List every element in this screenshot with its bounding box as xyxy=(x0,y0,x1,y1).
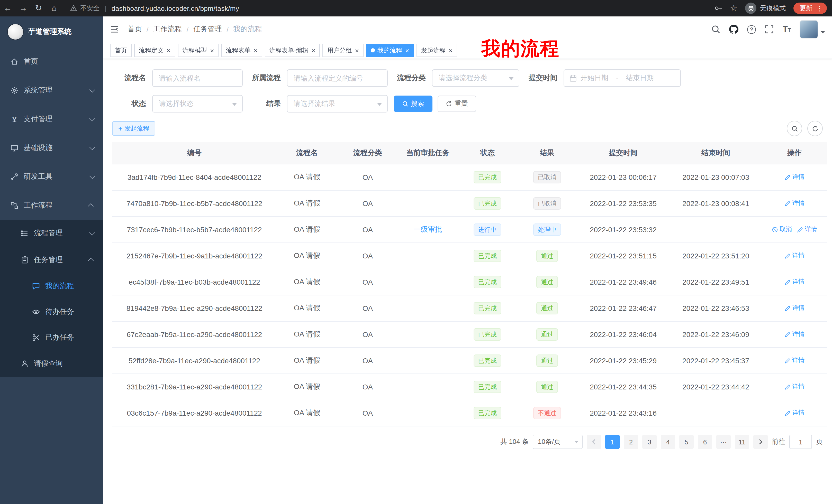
page-button-5[interactable]: 5 xyxy=(679,435,694,449)
next-page-button[interactable] xyxy=(753,435,768,449)
detail-action-link[interactable]: 详情 xyxy=(784,330,805,339)
detail-action-link[interactable]: 详情 xyxy=(784,251,805,260)
sidebar-item-devtools[interactable]: 研发工具 xyxy=(0,162,103,191)
cell-category: OA xyxy=(337,164,398,190)
table-row: 819442e8-7b9a-11ec-a290-acde48001122OA 请… xyxy=(112,295,827,321)
sidebar-item-workflow[interactable]: 工作流程 xyxy=(0,191,103,220)
pages-ellipsis[interactable]: ··· xyxy=(716,435,731,449)
back-button[interactable]: ← xyxy=(0,0,16,17)
search-icon[interactable] xyxy=(711,25,721,34)
sidebar-item-payment[interactable]: ¥ 支付管理 xyxy=(0,105,103,134)
sidebar-item-leave-query[interactable]: 请假查询 xyxy=(0,351,103,377)
update-button[interactable]: 更新 ⋮ xyxy=(794,3,827,14)
process-name-input[interactable] xyxy=(152,69,243,87)
page-content: 流程名 所属流程 流程分类 请选择流程分类 提交时间 开始日期 - 结束日期 xyxy=(103,59,832,504)
detail-action-link[interactable]: 详情 xyxy=(784,278,805,286)
tab-close-icon[interactable]: × xyxy=(355,47,359,54)
refresh-icon xyxy=(812,125,818,132)
tab-流程模型[interactable]: 流程模型× xyxy=(178,44,218,57)
submit-time-range-picker[interactable]: 开始日期 - 结束日期 xyxy=(564,69,681,87)
search-button[interactable]: 搜索 xyxy=(394,95,433,112)
detail-action-link[interactable]: 详情 xyxy=(784,409,805,417)
breadcrumb-item[interactable]: 任务管理 xyxy=(193,25,222,34)
sidebar-item-home[interactable]: 首页 xyxy=(0,47,103,76)
forward-button[interactable]: → xyxy=(16,0,31,17)
tab-label: 流程模型 xyxy=(182,46,207,55)
hamburger-icon[interactable] xyxy=(110,25,119,33)
current-task-link[interactable]: 一级审批 xyxy=(413,225,442,233)
cell-process-id: 52ffd28e-7b9a-11ec-a290-acde48001122 xyxy=(112,347,277,374)
refresh-table-button[interactable] xyxy=(807,121,823,136)
home-button[interactable]: ⌂ xyxy=(46,0,62,17)
tab-close-icon[interactable]: × xyxy=(254,47,257,54)
sidebar-item-task-mgmt[interactable]: 任务管理 xyxy=(0,247,103,273)
help-icon[interactable]: ? xyxy=(747,25,756,34)
sidebar-item-infra[interactable]: 基础设施 xyxy=(0,134,103,162)
tab-close-icon[interactable]: × xyxy=(210,47,214,54)
page-size-select[interactable]: 10条/页 xyxy=(533,435,582,449)
toggle-search-button[interactable] xyxy=(787,121,802,136)
start-date-placeholder[interactable]: 开始日期 xyxy=(580,74,608,83)
site-security-indicator[interactable]: 不安全 xyxy=(70,4,100,12)
page-button-1[interactable]: 1 xyxy=(605,435,620,449)
tab-close-icon[interactable]: × xyxy=(312,47,315,54)
page-button-11[interactable]: 11 xyxy=(735,435,749,449)
detail-action-link[interactable]: 详情 xyxy=(784,304,805,313)
github-icon[interactable] xyxy=(729,25,738,34)
reset-button[interactable]: 重置 xyxy=(438,95,476,112)
browser-menu-dots-icon[interactable]: ⋮ xyxy=(816,5,823,11)
star-icon[interactable]: ☆ xyxy=(730,0,737,17)
end-date-placeholder[interactable]: 结束日期 xyxy=(626,74,654,83)
category-select[interactable]: 请选择流程分类 xyxy=(432,69,519,87)
tab-close-icon[interactable]: × xyxy=(449,47,452,54)
sidebar-item-system[interactable]: 系统管理 xyxy=(0,76,103,105)
font-size-icon[interactable]: TT xyxy=(783,25,791,33)
sidebar-item-process-mgmt[interactable]: 流程管理 xyxy=(0,220,103,247)
goto-page-input[interactable] xyxy=(789,435,812,449)
cell-end-time: 2022-01-22 23:46:53 xyxy=(670,295,762,321)
address-url[interactable]: dashboard.yudao.iocoder.cn/bpm/task/my xyxy=(111,4,239,12)
page-button-6[interactable]: 6 xyxy=(698,435,712,449)
cell-actions: 详情 xyxy=(762,269,827,295)
tab-发起流程[interactable]: 发起流程× xyxy=(416,44,457,57)
cell-end-time: 2022-01-22 23:46:09 xyxy=(670,321,762,347)
prev-page-button[interactable] xyxy=(587,435,601,449)
start-process-button[interactable]: + 发起流程 xyxy=(112,121,155,136)
detail-action-link[interactable]: 详情 xyxy=(784,356,805,365)
reload-button[interactable]: ↻ xyxy=(31,0,46,17)
result-select[interactable]: 请选择流结果 xyxy=(287,95,388,113)
sidebar-item-done-tasks[interactable]: 已办任务 xyxy=(0,325,103,351)
detail-action-link[interactable]: 详情 xyxy=(784,383,805,391)
tab-我的流程[interactable]: 我的流程× xyxy=(366,44,414,57)
tab-流程定义[interactable]: 流程定义× xyxy=(134,44,175,57)
result-tag: 已取消 xyxy=(533,197,561,209)
status-select[interactable]: 请选择状态 xyxy=(152,95,243,113)
detail-action-link[interactable]: 详情 xyxy=(797,225,817,234)
security-label: 不安全 xyxy=(80,4,100,12)
tab-用户分组[interactable]: 用户分组× xyxy=(323,44,364,57)
breadcrumb-item[interactable]: 工作流程 xyxy=(153,25,182,34)
result-tag: 通过 xyxy=(536,276,558,288)
detail-action-link[interactable]: 详情 xyxy=(784,199,805,208)
table-row: 52ffd28e-7b9a-11ec-a290-acde48001122OA 请… xyxy=(112,347,827,374)
breadcrumb-item[interactable]: 首页 xyxy=(128,25,142,34)
page-button-4[interactable]: 4 xyxy=(661,435,675,449)
tab-首页[interactable]: 首页 xyxy=(110,44,132,57)
key-icon[interactable] xyxy=(714,4,722,12)
cancel-action-link[interactable]: 取消 xyxy=(772,225,792,234)
sidebar-item-todo-tasks[interactable]: 待办任务 xyxy=(0,299,103,325)
user-menu[interactable] xyxy=(800,20,825,38)
fullscreen-icon[interactable] xyxy=(765,25,774,34)
sidebar-item-my-process[interactable]: 我的流程 xyxy=(0,273,103,299)
detail-action-link[interactable]: 详情 xyxy=(784,173,805,181)
tab-流程表单-编辑[interactable]: 流程表单-编辑× xyxy=(265,44,320,57)
category-label: 流程分类 xyxy=(395,74,426,83)
tab-流程表单[interactable]: 流程表单× xyxy=(221,44,262,57)
tab-close-icon[interactable]: × xyxy=(166,47,171,54)
user-avatar[interactable] xyxy=(800,20,818,38)
page-button-3[interactable]: 3 xyxy=(642,435,657,449)
tab-close-icon[interactable]: × xyxy=(405,47,409,54)
page-button-2[interactable]: 2 xyxy=(624,435,638,449)
cell-status: 已完成 xyxy=(458,269,517,295)
owner-process-input[interactable] xyxy=(287,69,388,87)
